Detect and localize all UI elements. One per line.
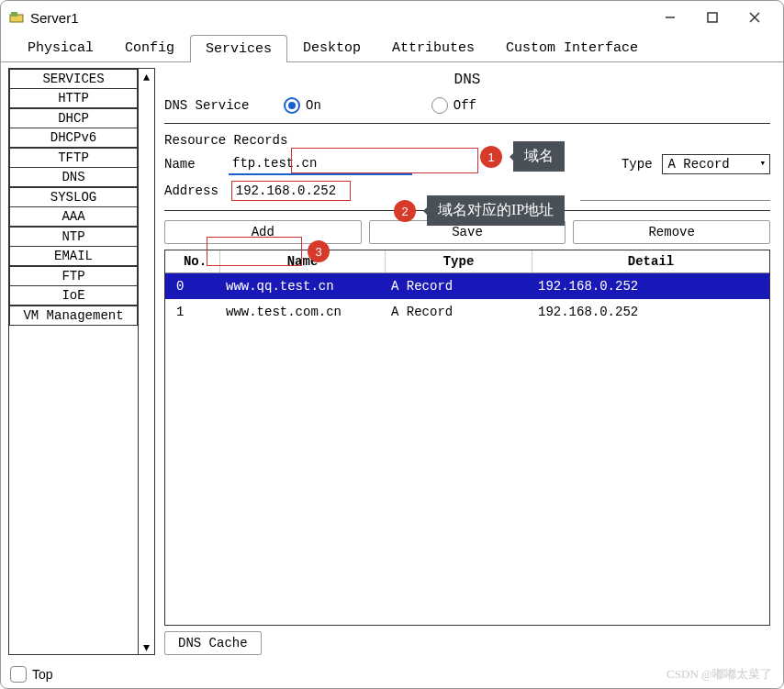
sidebar: SERVICES HTTP DHCP DHCPv6 TFTP DNS SYSLO… — [8, 68, 155, 655]
radio-on-icon — [284, 97, 300, 114]
sidebar-item-aaa[interactable]: AAA — [9, 206, 138, 227]
records-table: No. Name Type Detail 0 www.qq.test.cn A … — [164, 250, 770, 626]
radio-on-label: On — [306, 98, 321, 113]
svg-rect-1 — [11, 12, 17, 17]
tab-services[interactable]: Services — [190, 35, 287, 62]
titlebar: Server1 — [1, 1, 783, 34]
dns-cache-button[interactable]: DNS Cache — [164, 631, 262, 655]
col-header-type[interactable]: Type — [386, 250, 532, 272]
annotation-badge-3: 3 — [308, 240, 330, 262]
col-header-name[interactable]: Name — [220, 250, 386, 272]
sidebar-item-syslog[interactable]: SYSLOG — [9, 187, 138, 207]
sidebar-item-dns[interactable]: DNS — [9, 167, 138, 187]
name-label: Name — [164, 157, 219, 172]
radio-on[interactable]: On — [284, 97, 321, 114]
window-title: Server1 — [30, 10, 649, 26]
col-header-detail[interactable]: Detail — [532, 250, 769, 272]
close-button[interactable] — [734, 4, 776, 31]
sidebar-item-dhcp[interactable]: DHCP — [9, 108, 138, 128]
maximize-button[interactable] — [691, 4, 734, 31]
sidebar-item-ftp[interactable]: FTP — [9, 266, 138, 286]
radio-off-label: Off — [454, 98, 476, 113]
col-header-no[interactable]: No. — [165, 250, 220, 272]
address-input[interactable] — [236, 183, 346, 198]
annotation-tooltip-1: 域名 — [513, 141, 565, 172]
resource-records-label: Resource Records — [164, 133, 770, 148]
annotation-badge-2: 2 — [394, 200, 416, 222]
add-button[interactable]: Add — [164, 220, 362, 244]
name-input[interactable] — [229, 153, 412, 175]
sidebar-item-http[interactable]: HTTP — [9, 88, 138, 108]
radio-off[interactable]: Off — [431, 97, 476, 114]
svg-rect-3 — [708, 13, 717, 22]
scroll-down-icon[interactable]: ▾ — [139, 639, 154, 654]
table-row[interactable]: 1 www.test.com.cn A Record 192.168.0.252 — [165, 299, 769, 325]
tab-desktop[interactable]: Desktop — [287, 34, 376, 61]
type-label: Type — [622, 157, 653, 172]
sidebar-item-services[interactable]: SERVICES — [9, 69, 138, 89]
top-label: Top — [32, 667, 53, 682]
page-title: DNS — [164, 68, 770, 92]
address-label: Address — [164, 183, 218, 198]
tab-custom-interface[interactable]: Custom Interface — [490, 34, 654, 61]
annotation-tooltip-2: 域名对应的IP地址 — [427, 195, 565, 226]
sidebar-item-dhcpv6[interactable]: DHCPv6 — [9, 128, 138, 148]
minimize-button[interactable] — [649, 4, 691, 31]
sidebar-item-ioe[interactable]: IoE — [9, 285, 138, 306]
sidebar-item-vm-management[interactable]: VM Management — [9, 306, 138, 326]
scroll-up-icon[interactable]: ▴ — [139, 69, 154, 83]
sidebar-item-ntp[interactable]: NTP — [9, 227, 138, 247]
tab-physical[interactable]: Physical — [12, 34, 109, 61]
tab-bar: Physical Config Services Desktop Attribu… — [1, 34, 783, 62]
type-select[interactable]: A Record — [662, 154, 770, 174]
tab-config[interactable]: Config — [109, 34, 190, 61]
sidebar-scrollbar[interactable]: ▴ ▾ — [138, 69, 154, 654]
remove-button[interactable]: Remove — [573, 220, 770, 244]
sidebar-item-tftp[interactable]: TFTP — [9, 148, 138, 168]
annotation-highlight-address — [231, 181, 351, 201]
app-icon — [8, 9, 25, 26]
tab-attributes[interactable]: Attributes — [376, 34, 490, 61]
top-checkbox[interactable] — [10, 666, 27, 683]
watermark: CSDN @嘟嘟太菜了 — [666, 666, 772, 683]
dns-service-label: DNS Service — [164, 98, 274, 113]
table-row[interactable]: 0 www.qq.test.cn A Record 192.168.0.252 — [165, 273, 769, 299]
radio-off-icon — [431, 97, 448, 114]
sidebar-item-email[interactable]: EMAIL — [9, 246, 138, 266]
annotation-badge-1: 1 — [480, 146, 502, 168]
